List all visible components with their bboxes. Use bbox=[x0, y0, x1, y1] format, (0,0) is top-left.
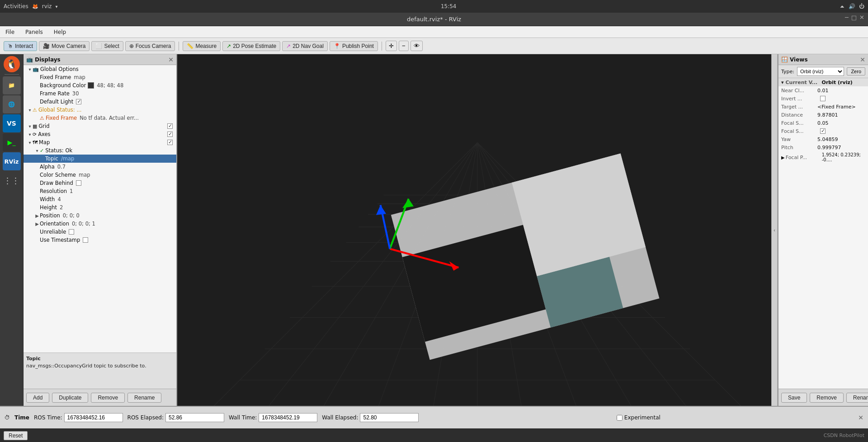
eye-button[interactable]: 👁 bbox=[410, 41, 423, 51]
global-status-arrow[interactable]: ▾ bbox=[27, 108, 33, 113]
ros-time-label: ROS Time: bbox=[34, 414, 62, 421]
pose-estimate-button[interactable]: ↗ 2D Pose Estimate bbox=[222, 41, 280, 51]
default-light-checkbox[interactable] bbox=[76, 99, 81, 104]
axes-arrow[interactable]: ▾ bbox=[27, 132, 33, 137]
vscode-icon[interactable]: VS bbox=[3, 114, 21, 132]
status-ok-arrow[interactable]: ▾ bbox=[34, 148, 40, 153]
default-light-item[interactable]: Default Light bbox=[24, 98, 176, 106]
displays-close-button[interactable]: ✕ bbox=[168, 56, 174, 63]
map-item[interactable]: ▾ 🗺 Map bbox=[24, 138, 176, 146]
status-ok-item[interactable]: ▾ ✓ Status: Ok bbox=[24, 146, 176, 155]
rename-button[interactable]: Rename bbox=[127, 393, 161, 403]
views-rename-button[interactable]: Rename bbox=[846, 393, 868, 403]
apps-grid-icon[interactable]: ⋮⋮ bbox=[3, 171, 21, 189]
fixed-frame-item[interactable]: Fixed Frame map bbox=[24, 73, 176, 81]
focal-s2-checkbox[interactable] bbox=[820, 128, 826, 134]
publish-point-button[interactable]: 📍 Publish Point bbox=[330, 41, 378, 51]
app-name[interactable]: rviz bbox=[42, 3, 52, 9]
background-color-item[interactable]: Background Color 48; 48; 48 bbox=[24, 81, 176, 89]
grid-checkbox[interactable] bbox=[167, 123, 173, 129]
global-options-arrow[interactable]: ▾ bbox=[27, 67, 33, 72]
global-status-item[interactable]: ▾ ⚠ Global Status: ... bbox=[24, 106, 176, 114]
ubuntu-logo-icon[interactable]: 🐧 bbox=[4, 56, 20, 72]
measure-button[interactable]: 📏 Measure bbox=[183, 41, 221, 51]
invert-checkbox[interactable] bbox=[820, 96, 826, 101]
reset-button[interactable]: Reset bbox=[4, 431, 28, 440]
axes-checkbox[interactable] bbox=[167, 132, 173, 137]
views-close-button[interactable]: ✕ bbox=[860, 56, 865, 63]
axes-icon: ⟳ bbox=[33, 132, 37, 137]
3d-viewport[interactable]: ‹ bbox=[177, 54, 778, 406]
grid-arrow[interactable]: ▾ bbox=[27, 124, 33, 129]
main-area: 🐧 📁 🌐 VS ▶_ RViz ⋮⋮ 📺 Displays ✕ ▾ 📺 Glo… bbox=[0, 54, 868, 406]
yaw-label: Yaw bbox=[781, 136, 817, 142]
remove-button[interactable]: Remove bbox=[91, 393, 125, 403]
views-type-select[interactable]: Orbit (rviz) bbox=[797, 67, 844, 76]
focal-s2-label: Focal S... bbox=[781, 128, 817, 134]
axes-label: Axes bbox=[38, 131, 50, 137]
use-timestamp-item[interactable]: Use Timestamp bbox=[24, 236, 176, 244]
crosshair-button[interactable]: ✛ bbox=[386, 41, 397, 51]
draw-behind-checkbox[interactable] bbox=[76, 180, 81, 186]
use-timestamp-checkbox[interactable] bbox=[83, 237, 88, 243]
window-maximize-btn[interactable]: □ bbox=[851, 14, 857, 21]
height-item[interactable]: Height 2 bbox=[24, 203, 176, 212]
title-bar: default.rviz* - RViz ─ □ ✕ bbox=[0, 13, 868, 26]
menu-panels[interactable]: Panels bbox=[24, 28, 45, 36]
position-arrow[interactable]: ▶ bbox=[34, 213, 40, 218]
activities-label[interactable]: Activities bbox=[4, 3, 28, 9]
menu-file[interactable]: File bbox=[4, 28, 16, 36]
rviz-icon[interactable]: RViz bbox=[3, 152, 21, 170]
fixed-frame-error-item[interactable]: ⚠ Fixed Frame No tf data. Actual err... bbox=[24, 114, 176, 122]
minus-button[interactable]: − bbox=[399, 41, 409, 51]
width-item[interactable]: Width 4 bbox=[24, 195, 176, 203]
unreliable-checkbox[interactable] bbox=[69, 229, 74, 235]
position-item[interactable]: ▶ Position 0; 0; 0 bbox=[24, 212, 176, 220]
draw-behind-item[interactable]: Draw Behind bbox=[24, 179, 176, 187]
focal-p-arrow: ▶ bbox=[781, 155, 785, 160]
topic-label: Topic bbox=[45, 155, 58, 162]
menu-help[interactable]: Help bbox=[52, 28, 68, 36]
axes-item[interactable]: ▾ ⟳ Axes bbox=[24, 130, 176, 138]
ros-time-field: ROS Time: bbox=[34, 413, 123, 422]
views-zero-button[interactable]: Zero bbox=[847, 67, 865, 75]
focus-camera-button[interactable]: ⊕ Focus Camera bbox=[125, 41, 175, 51]
window-close-btn[interactable]: ✕ bbox=[859, 14, 864, 21]
add-button[interactable]: Add bbox=[26, 393, 49, 403]
select-button[interactable]: ⬜ Select bbox=[91, 41, 123, 51]
window-minimize-btn[interactable]: ─ bbox=[845, 14, 849, 21]
frame-rate-label: Frame Rate bbox=[40, 90, 70, 97]
global-options-item[interactable]: ▾ 📺 Global Options bbox=[24, 65, 176, 73]
frame-rate-item[interactable]: Frame Rate 30 bbox=[24, 89, 176, 98]
nav-goal-button[interactable]: ↗ 2D Nav Goal bbox=[282, 41, 328, 51]
ff-error-value: No tf data. Actual err... bbox=[80, 115, 139, 121]
experimental-checkbox[interactable] bbox=[617, 415, 623, 421]
time-panel-close-btn[interactable]: ✕ bbox=[858, 414, 863, 421]
wall-elapsed-input[interactable] bbox=[360, 413, 419, 422]
ros-elapsed-input[interactable] bbox=[165, 413, 224, 422]
grid-item[interactable]: ▾ ▦ Grid bbox=[24, 122, 176, 130]
interact-button[interactable]: 🖱 Interact bbox=[4, 41, 37, 51]
color-scheme-item[interactable]: Color Scheme map bbox=[24, 171, 176, 179]
duplicate-button[interactable]: Duplicate bbox=[52, 393, 88, 403]
map-checkbox[interactable] bbox=[167, 140, 173, 145]
distance-row: Distance 9.87801 bbox=[778, 111, 868, 119]
browser-icon[interactable]: 🌐 bbox=[3, 95, 21, 113]
orientation-arrow[interactable]: ▶ bbox=[34, 221, 40, 226]
topic-item[interactable]: Topic /map bbox=[24, 155, 176, 163]
orientation-item[interactable]: ▶ Orientation 0; 0; 0; 1 bbox=[24, 220, 176, 228]
alpha-item[interactable]: Alpha 0.7 bbox=[24, 163, 176, 171]
unreliable-item[interactable]: Unreliable bbox=[24, 228, 176, 236]
app-dropdown-icon[interactable]: ▾ bbox=[55, 4, 57, 9]
power-icon[interactable]: ⏻ bbox=[859, 3, 864, 9]
move-camera-button[interactable]: 🎥 Move Camera bbox=[39, 41, 90, 51]
viewport-collapse-handle[interactable]: ‹ bbox=[771, 54, 778, 406]
resolution-item[interactable]: Resolution 1 bbox=[24, 187, 176, 195]
ros-time-input[interactable] bbox=[64, 413, 123, 422]
terminal-icon[interactable]: ▶_ bbox=[3, 133, 21, 151]
files-icon[interactable]: 📁 bbox=[3, 76, 21, 94]
wall-time-input[interactable] bbox=[259, 413, 317, 422]
views-save-button[interactable]: Save bbox=[781, 393, 807, 403]
views-remove-button[interactable]: Remove bbox=[810, 393, 844, 403]
map-arrow[interactable]: ▾ bbox=[27, 140, 33, 145]
